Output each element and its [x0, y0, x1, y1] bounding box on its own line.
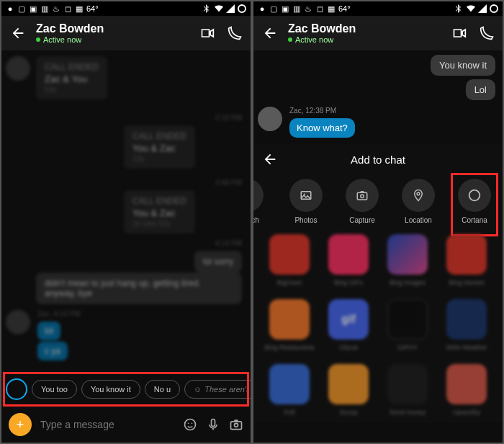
signal-icon: [478, 4, 487, 13]
doc-icon: ▥: [40, 4, 49, 13]
presence-dot-icon: [288, 37, 292, 42]
signal-icon: [226, 4, 235, 13]
battery-icon: [490, 4, 498, 13]
app-tile[interactable]: Bing Images: [382, 234, 433, 286]
svg-rect-11: [357, 192, 367, 200]
bluetooth-icon: [455, 4, 464, 13]
sheet-title: Add to chat: [262, 154, 494, 166]
app-tile[interactable]: Scoop: [323, 364, 374, 416]
svg-point-7: [490, 5, 498, 12]
photos-option[interactable]: [289, 179, 323, 212]
mic-icon: ♨: [304, 4, 312, 13]
app-tile[interactable]: Poll: [264, 364, 315, 416]
svg-point-2: [188, 423, 189, 425]
video-call-icon[interactable]: [452, 26, 467, 40]
app-grid: BigOven Bing GIFs Bing Images Bing Movie…: [253, 228, 503, 422]
emoji-icon[interactable]: [183, 417, 197, 432]
chat-icon: ▢: [17, 4, 26, 13]
status-bar: ● ▢ ▣ ▥ ♨ ◻ ▦ 64°: [253, 1, 503, 16]
add-button[interactable]: +: [9, 413, 32, 436]
message-meta: Zac, 4:14 PM: [37, 310, 80, 318]
battery-icon: [238, 4, 246, 13]
svg-point-1: [185, 419, 196, 430]
search-option[interactable]: [253, 179, 264, 212]
svg-point-13: [417, 192, 420, 195]
user-icon: ◻: [315, 4, 324, 13]
app-tile[interactable]: Bing Movies: [441, 234, 492, 286]
right-screenshot: ● ▢ ▣ ▥ ♨ ◻ ▦ 64°: [253, 1, 503, 443]
notif-icon: ●: [258, 4, 266, 13]
outgoing-message: lol: [37, 321, 60, 340]
avatar: [6, 310, 30, 334]
wifi-icon: [215, 4, 223, 13]
mail-icon: ▣: [29, 4, 37, 13]
audio-call-icon[interactable]: [228, 26, 242, 40]
call-ended-block: CALL ENDED You & Zac 13s: [124, 125, 195, 169]
svg-point-6: [235, 423, 238, 427]
mail-icon: ▣: [281, 4, 289, 13]
timestamp: 2:18 PM: [215, 114, 242, 122]
outgoing-message: c ya: [37, 342, 68, 360]
camera-icon[interactable]: [229, 417, 243, 432]
message-input[interactable]: [40, 419, 174, 430]
presence-status: Active now: [288, 35, 452, 44]
call-ended-block: CALL ENDED You & Zac 1h 54m 52s: [124, 190, 195, 234]
app-tile[interactable]: Bing GIFs: [323, 234, 374, 286]
chat-body: You know it Lol Zac, 12:38 PM Know what?…: [253, 50, 503, 443]
image-icon: ▦: [327, 4, 336, 13]
add-to-chat-sheet: Add to chat rch Photos: [253, 144, 503, 422]
contact-name: Zac Bowden: [288, 22, 452, 35]
app-tile[interactable]: MSN Weather: [441, 299, 492, 351]
image-icon: ▦: [75, 4, 84, 13]
call-ended-block: CALL ENDED Zac & You 53s: [36, 56, 107, 99]
chat-header: Zac Bowden Active now: [253, 16, 503, 50]
svg-point-12: [361, 195, 364, 198]
option-label: Cortana: [462, 216, 487, 224]
suggestion-pill[interactable]: You know it: [81, 380, 140, 399]
option-label: Capture: [349, 216, 375, 224]
chat-header: Zac Bowden Active now: [1, 16, 251, 50]
contact-name: Zac Bowden: [36, 22, 200, 35]
suggestion-pill[interactable]: No u: [145, 380, 180, 399]
message-meta: Zac, 12:38 PM: [289, 107, 336, 115]
cortana-option[interactable]: [458, 179, 491, 212]
cortana-icon[interactable]: [6, 378, 27, 400]
avatar: [258, 107, 282, 131]
svg-rect-5: [231, 422, 242, 430]
temp-label: 64°: [338, 4, 351, 13]
option-label: Photos: [294, 216, 317, 224]
chat-icon: ▢: [269, 4, 278, 13]
voice-icon[interactable]: [206, 417, 220, 432]
outgoing-message: Know what?: [289, 118, 355, 138]
notif-icon: ●: [6, 4, 14, 13]
svg-point-0: [238, 5, 246, 12]
bluetooth-icon: [203, 4, 212, 13]
timestamp: 3:48 PM: [215, 179, 242, 187]
app-tile[interactable]: BigOven: [264, 234, 315, 286]
mic-icon: ♨: [52, 4, 60, 13]
svg-rect-4: [212, 419, 215, 427]
video-call-icon[interactable]: [200, 26, 215, 40]
option-label: rch: [253, 216, 259, 224]
presence-status: Active now: [36, 35, 200, 44]
app-tile[interactable]: gifGfycat: [323, 299, 374, 351]
suggestion-pill[interactable]: You too: [32, 380, 77, 399]
suggestion-more[interactable]: ☺ These aren't useful: [184, 380, 251, 399]
back-icon[interactable]: [10, 25, 26, 41]
avatar: [6, 56, 30, 81]
incoming-message: You know it: [431, 55, 495, 76]
smile-icon: ☺: [194, 385, 202, 394]
app-tile[interactable]: Bing Restaurants: [264, 299, 315, 351]
status-bar: ● ▢ ▣ ▥ ♨ ◻ ▦ 64°: [1, 1, 251, 16]
app-tile[interactable]: GIPHY: [382, 299, 433, 351]
location-option[interactable]: [402, 179, 435, 212]
chat-body: CALL ENDED Zac & You 53s 2:18 PM CALL EN…: [1, 50, 251, 372]
back-icon[interactable]: [262, 25, 278, 41]
app-tile[interactable]: Send money: [382, 364, 433, 416]
svg-point-14: [469, 190, 480, 201]
capture-option[interactable]: [346, 179, 379, 212]
audio-call-icon[interactable]: [480, 26, 494, 40]
app-tile[interactable]: Upworthy: [441, 364, 492, 416]
presence-dot-icon: [36, 37, 40, 42]
option-label: Location: [405, 216, 432, 224]
